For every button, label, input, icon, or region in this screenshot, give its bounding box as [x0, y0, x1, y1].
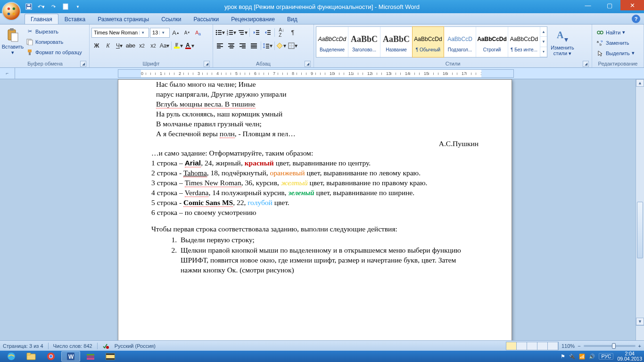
align-justify-button[interactable] [249, 41, 259, 51]
copy-button[interactable]: Копировать [24, 37, 84, 47]
svg-rect-57 [266, 44, 269, 45]
tab-layout[interactable]: Разметка страницы [91, 14, 155, 24]
bullets-button[interactable]: ▾ [215, 27, 225, 38]
paste-button[interactable]: Вставить▾ [3, 25, 23, 58]
close-button[interactable]: ✕ [620, 0, 644, 10]
shading-button[interactable]: ▾ [276, 41, 287, 51]
taskbar-moviemaker[interactable] [101, 351, 120, 362]
zoom-level[interactable]: 110% [561, 343, 575, 349]
gallery-scroll[interactable]: ▲▼▾ [540, 27, 547, 57]
subscript-button[interactable]: x2 [137, 41, 147, 51]
taskbar-winrar[interactable] [81, 351, 100, 362]
font-size-combo[interactable]: 13▼ [150, 28, 170, 38]
select-button[interactable]: Выделить ▾ [594, 48, 637, 58]
find-button[interactable]: Найти ▾ [594, 27, 637, 37]
paragraph-launcher[interactable]: ◢ [305, 61, 311, 67]
taskbar-chrome[interactable] [41, 351, 60, 362]
browse-object[interactable] [636, 325, 644, 340]
cut-button[interactable]: ✂Вырезать [24, 26, 84, 36]
line-spacing-button[interactable]: ▾ [263, 41, 273, 51]
tab-references[interactable]: Ссылки [155, 14, 187, 24]
indent-dec-button[interactable] [251, 27, 262, 38]
style-item[interactable]: AaBbCЗаголово... [348, 27, 380, 57]
styles-gallery[interactable]: AaBbCcDdВыделение AaBbCЗаголово... AaBbC… [316, 26, 547, 58]
style-item[interactable]: AaBbCcDd¶ Без инте... [508, 27, 540, 57]
minimize-button[interactable]: — [577, 0, 599, 10]
tab-mailings[interactable]: Рассылки [187, 14, 225, 24]
align-center-button[interactable] [226, 41, 237, 51]
underline-button[interactable]: Ч▾ [114, 41, 124, 51]
change-styles-button[interactable]: A Изменить стили ▾ [549, 26, 576, 58]
tab-view[interactable]: Вид [281, 14, 304, 24]
italic-button[interactable]: К [103, 41, 113, 51]
proofing-icon[interactable] [102, 343, 110, 349]
cursor-icon [596, 49, 604, 57]
grow-font-button[interactable]: A▲ [171, 27, 181, 38]
tab-selector[interactable]: ⌐ [0, 68, 15, 79]
align-left-button[interactable] [215, 41, 225, 51]
sort-button[interactable]: A↓Z [276, 27, 287, 38]
format-painter-button[interactable]: Формат по образцу [24, 47, 84, 57]
tab-review[interactable]: Рецензирование [225, 14, 281, 24]
change-case-button[interactable]: Aa▾ [159, 41, 170, 51]
tray-clock[interactable]: 2:0409.04.2013 [617, 351, 642, 362]
zoom-out-button[interactable]: − [578, 343, 580, 349]
align-right-button[interactable] [238, 41, 248, 51]
style-item[interactable]: AaBbCcDПодзагол... [444, 27, 476, 57]
tray-network-icon[interactable]: 📶 [579, 354, 585, 360]
style-item[interactable]: AaBbCcDd¶ Обычный [412, 26, 444, 58]
language-status[interactable]: Русский (Россия) [115, 343, 156, 349]
replace-button[interactable]: abЗаменить [594, 38, 637, 48]
word-count[interactable]: Число слов: 842 [53, 343, 92, 349]
taskbar-ie[interactable] [2, 351, 21, 362]
redo-icon[interactable]: ↷ [48, 1, 58, 12]
office-button[interactable] [2, 2, 21, 21]
borders-button[interactable]: ▾ [288, 41, 298, 51]
scroll-thumb[interactable] [637, 202, 643, 258]
maximize-button[interactable]: ▢ [599, 0, 620, 10]
tray-language[interactable]: РУС [599, 353, 613, 360]
document-page[interactable]: Нас было много на челне; Иные парус напр… [118, 79, 512, 340]
zoom-slider[interactable] [584, 345, 636, 347]
save-icon[interactable] [24, 1, 34, 12]
style-item[interactable]: AaBbCcDdСтрогий [476, 27, 508, 57]
tab-home[interactable]: Главная [25, 14, 58, 24]
show-marks-button[interactable]: ¶ [288, 27, 298, 38]
superscript-button[interactable]: x2 [148, 41, 158, 51]
zoom-in-button[interactable]: + [638, 343, 641, 349]
tray-flag-icon[interactable]: ⚑ [561, 354, 565, 359]
taskbar-word[interactable]: W [61, 351, 80, 362]
bold-button[interactable]: Ж [91, 41, 102, 51]
strike-button[interactable]: abe [125, 41, 136, 51]
scroll-down-icon[interactable]: ▼ [636, 318, 644, 325]
new-doc-icon[interactable] [60, 1, 71, 12]
svg-rect-36 [256, 32, 259, 33]
font-name-combo[interactable]: Times New Roman▼ [91, 28, 149, 38]
styles-launcher[interactable]: ◢ [583, 61, 589, 67]
scroll-up-icon[interactable]: ▲ [636, 79, 644, 87]
svg-rect-37 [256, 34, 259, 35]
style-item[interactable]: AaBbCcDdВыделение [316, 27, 348, 57]
clipboard-launcher[interactable]: ◢ [80, 61, 86, 67]
page-status[interactable]: Страница: 3 из 4 [3, 343, 43, 349]
indent-inc-button[interactable] [263, 27, 273, 38]
tab-insert[interactable]: Вставка [58, 14, 92, 24]
highlight-button[interactable]: ▾ [173, 41, 183, 51]
font-color-button[interactable]: A▾ [184, 41, 195, 51]
qat-more-icon[interactable]: ▼ [73, 1, 83, 12]
style-item[interactable]: AaBbCНазвание [380, 27, 413, 57]
numbering-button[interactable]: 123▾ [226, 27, 237, 38]
undo-icon[interactable]: ↶▾ [36, 1, 46, 12]
view-buttons[interactable] [506, 342, 559, 350]
help-icon[interactable]: ? [632, 15, 640, 23]
tray-power-icon[interactable]: 🔌 [569, 354, 575, 360]
vertical-scrollbar[interactable]: ▲ ▼ [636, 79, 644, 340]
tray-volume-icon[interactable]: 🔊 [589, 354, 595, 360]
svg-rect-34 [240, 34, 244, 35]
clear-format-button[interactable]: Aa [193, 27, 204, 38]
shrink-font-button[interactable]: A▼ [182, 27, 192, 38]
multilevel-button[interactable]: ▾ [238, 27, 248, 38]
horizontal-ruler[interactable]: 1012345678910111213141516171819 [118, 69, 514, 78]
taskbar-explorer[interactable] [22, 351, 41, 362]
font-launcher[interactable]: ◢ [204, 61, 210, 67]
